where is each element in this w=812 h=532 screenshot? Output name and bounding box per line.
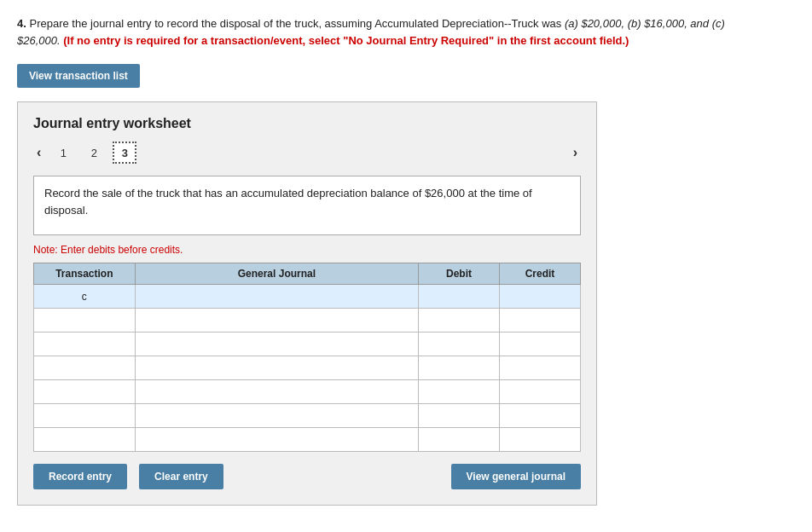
credit-cell[interactable] bbox=[500, 356, 581, 380]
credit-input[interactable] bbox=[503, 314, 577, 327]
debit-cell[interactable] bbox=[419, 356, 500, 380]
tab-2[interactable]: 2 bbox=[82, 142, 106, 164]
note-text: Note: Enter debits before credits. bbox=[33, 244, 581, 256]
table-row bbox=[34, 356, 581, 380]
transaction-cell bbox=[34, 332, 136, 356]
general-journal-cell[interactable] bbox=[135, 404, 418, 428]
debit-cell[interactable] bbox=[419, 309, 500, 332]
next-tab-arrow[interactable]: › bbox=[570, 143, 581, 162]
transaction-cell bbox=[34, 428, 136, 452]
credit-cell[interactable] bbox=[500, 332, 581, 356]
general-journal-cell[interactable] bbox=[135, 380, 418, 404]
transaction-cell bbox=[34, 356, 136, 380]
journal-input[interactable] bbox=[139, 361, 415, 375]
col-header-debit: Debit bbox=[419, 263, 500, 285]
debit-cell[interactable] bbox=[419, 404, 500, 428]
part-b: (b) $16,000, and bbox=[628, 17, 709, 30]
table-row: c bbox=[34, 285, 581, 309]
journal-input[interactable] bbox=[139, 338, 415, 351]
credit-input[interactable] bbox=[503, 338, 577, 351]
journal-input[interactable] bbox=[139, 290, 415, 304]
view-general-journal-button[interactable]: View general journal bbox=[451, 464, 581, 489]
general-journal-cell[interactable] bbox=[135, 332, 418, 356]
debit-input[interactable] bbox=[422, 433, 496, 447]
worksheet-container: Journal entry worksheet ‹ 1 2 3 › Record… bbox=[17, 101, 597, 506]
general-journal-cell[interactable] bbox=[135, 285, 418, 309]
debit-input[interactable] bbox=[422, 290, 496, 304]
debit-input[interactable] bbox=[422, 361, 496, 375]
part-a: (a) $20,000, bbox=[565, 17, 624, 30]
record-entry-button[interactable]: Record entry bbox=[33, 464, 127, 489]
question-text-before: Prepare the journal entry to record the … bbox=[29, 17, 564, 30]
question-number: 4. bbox=[17, 17, 26, 30]
journal-input[interactable] bbox=[139, 409, 415, 423]
transaction-cell bbox=[34, 404, 136, 428]
debit-cell[interactable] bbox=[419, 285, 500, 309]
journal-input[interactable] bbox=[139, 385, 415, 399]
debit-cell[interactable] bbox=[419, 332, 500, 356]
col-header-transaction: Transaction bbox=[34, 263, 136, 285]
journal-table: Transaction General Journal Debit Credit… bbox=[33, 263, 581, 452]
credit-cell[interactable] bbox=[500, 285, 581, 309]
description-box: Record the sale of the truck that has an… bbox=[33, 176, 581, 235]
table-row bbox=[34, 332, 581, 356]
credit-input[interactable] bbox=[503, 385, 577, 399]
credit-cell[interactable] bbox=[500, 404, 581, 428]
credit-cell[interactable] bbox=[500, 380, 581, 404]
debit-input[interactable] bbox=[422, 314, 496, 327]
general-journal-cell[interactable] bbox=[135, 428, 418, 452]
transaction-cell bbox=[34, 380, 136, 404]
question-text: 4. Prepare the journal entry to record t… bbox=[17, 15, 751, 49]
worksheet-title: Journal entry worksheet bbox=[33, 116, 581, 131]
debit-input[interactable] bbox=[422, 385, 496, 399]
tab-1[interactable]: 1 bbox=[51, 142, 75, 164]
required-note: (If no entry is required for a transacti… bbox=[63, 34, 629, 47]
journal-input[interactable] bbox=[139, 314, 415, 327]
credit-input[interactable] bbox=[503, 409, 577, 423]
prev-tab-arrow[interactable]: ‹ bbox=[33, 143, 44, 162]
general-journal-cell[interactable] bbox=[135, 309, 418, 332]
tab-3[interactable]: 3 bbox=[113, 142, 136, 164]
tab-navigation: ‹ 1 2 3 › bbox=[33, 142, 581, 164]
col-header-journal: General Journal bbox=[135, 263, 418, 285]
debit-input[interactable] bbox=[422, 409, 496, 423]
credit-input[interactable] bbox=[503, 290, 577, 304]
view-transaction-button[interactable]: View transaction list bbox=[17, 64, 140, 88]
table-row bbox=[34, 428, 581, 452]
action-buttons: Record entry Clear entry View general jo… bbox=[33, 464, 581, 489]
debit-cell[interactable] bbox=[419, 428, 500, 452]
general-journal-cell[interactable] bbox=[135, 356, 418, 380]
transaction-cell: c bbox=[34, 285, 136, 309]
credit-cell[interactable] bbox=[500, 309, 581, 332]
debit-cell[interactable] bbox=[419, 380, 500, 404]
table-row bbox=[34, 380, 581, 404]
journal-input[interactable] bbox=[139, 433, 415, 447]
credit-input[interactable] bbox=[503, 361, 577, 375]
col-header-credit: Credit bbox=[500, 263, 581, 285]
clear-entry-button[interactable]: Clear entry bbox=[139, 464, 223, 489]
credit-cell[interactable] bbox=[500, 428, 581, 452]
debit-input[interactable] bbox=[422, 338, 496, 351]
table-row bbox=[34, 404, 581, 428]
table-row bbox=[34, 309, 581, 332]
transaction-cell bbox=[34, 309, 136, 332]
credit-input[interactable] bbox=[503, 433, 577, 447]
